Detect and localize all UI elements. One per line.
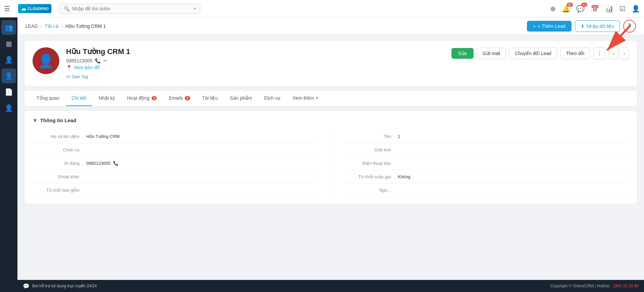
sidebar-item-person[interactable]: 👤 bbox=[1, 52, 16, 67]
checkbox-button[interactable]: ☑ bbox=[620, 5, 626, 13]
detail-card: ▼ Thông tin Lead Họ và tên đệm Hữu Tường… bbox=[24, 110, 637, 204]
breadcrumb-current: Hữu Tường CRM 1 bbox=[65, 23, 106, 29]
help-button[interactable]: ? bbox=[623, 20, 636, 33]
tab-tai-lieu[interactable]: Tài liệu bbox=[197, 91, 223, 106]
record-address: 📍 Xem bản đồ bbox=[66, 65, 445, 70]
label-tu-choi-cuoc-goi: Từ chối cuộc gọi bbox=[344, 174, 398, 179]
tab-dich-vu[interactable]: Dịch vụ bbox=[259, 91, 286, 106]
phone-number: 0985123005 bbox=[66, 58, 92, 63]
tab-label-san-pham: Sản phẩm bbox=[230, 95, 252, 101]
hotline-link[interactable]: 1900 29 29 90 bbox=[613, 284, 639, 288]
address-link[interactable]: Xem bản đồ bbox=[74, 65, 100, 70]
copyright-text: Copyright © OnlineCRM | Hotline: bbox=[550, 284, 610, 288]
value-tu-choi-cuoc-goi: Không bbox=[398, 174, 629, 179]
field-dien-thoai-ban: Điện thoại bàn bbox=[344, 157, 629, 170]
value-tu-choi-bao-gom bbox=[86, 188, 317, 193]
tab-label-xem-them: Xem thêm bbox=[292, 95, 314, 101]
record-actions: Sửa Gửi mail Chuyển đổi Lead Theo dõi ⋮ … bbox=[451, 47, 629, 59]
breadcrumb-level1[interactable]: Tất cả bbox=[45, 23, 58, 29]
sidebar-item-users[interactable]: 👥 bbox=[1, 20, 16, 35]
download-icon: ⬇ bbox=[581, 23, 585, 29]
hamburger-menu[interactable]: ☰ bbox=[4, 5, 14, 13]
section-title: ▼ Thông tin Lead bbox=[33, 117, 629, 123]
tab-xem-them[interactable]: Xem thêm ▾ bbox=[287, 91, 323, 106]
value-email-khac bbox=[86, 174, 317, 179]
edit-icon[interactable]: ✏ bbox=[103, 58, 107, 63]
field-ho-va-ten-dem: Họ và tên đệm Hữu Tường CRM bbox=[33, 130, 317, 143]
tag-link[interactable]: 🏷 Gán Tag bbox=[66, 74, 445, 79]
send-mail-button[interactable]: Gửi mail bbox=[477, 48, 506, 59]
tabs-bar: Tổng quan Chi tiết Nhật ký Hoạt động 1 E… bbox=[24, 90, 637, 106]
prev-arrow[interactable]: ‹ bbox=[609, 47, 618, 59]
sidebar: 👥 ▦ 👤 👤 📄 👤 bbox=[0, 17, 17, 292]
contact-icon: 👤 bbox=[5, 72, 13, 80]
messages-button[interactable]: 💬 11 bbox=[576, 5, 585, 13]
record-name: Hữu Tường CRM 1 bbox=[66, 47, 445, 56]
field-gioi-tinh: Giới tính bbox=[344, 143, 629, 157]
field-tu-choi-bao-gom: Từ chối bao gồm bbox=[33, 184, 317, 197]
tab-label-hoat-dong: Hoạt động bbox=[127, 95, 150, 101]
tab-hoat-dong[interactable]: Hoạt động 1 bbox=[122, 91, 162, 106]
field-email-khac: Email khác bbox=[33, 170, 317, 184]
field-ngu: Ngư... bbox=[344, 184, 629, 197]
more-options-button[interactable]: ⋮ bbox=[593, 47, 605, 59]
next-arrow[interactable]: › bbox=[620, 47, 629, 59]
tab-label-emails: Emails bbox=[169, 95, 183, 101]
label-ten: Tên bbox=[344, 134, 398, 139]
main-content: LEAD › Tất cả › Hữu Tường CRM 1 + + Thêm… bbox=[17, 17, 644, 292]
search-bar[interactable]: 🔍 ▾ bbox=[59, 4, 200, 14]
value-chuc-vu bbox=[86, 147, 317, 152]
hoat-dong-badge: 1 bbox=[152, 96, 157, 100]
sidebar-item-user2[interactable]: 👤 bbox=[1, 101, 16, 115]
sidebar-item-document[interactable]: 📄 bbox=[1, 85, 16, 99]
calendar-button[interactable]: 📅 bbox=[591, 5, 599, 13]
notifications-button[interactable]: 🔔 67 bbox=[562, 5, 570, 13]
tab-emails[interactable]: Emails 1 bbox=[163, 91, 196, 106]
tab-san-pham[interactable]: Sản phẩm bbox=[224, 91, 257, 106]
top-navigation: ☰ ☁ CLOUDPRO 🔍 ▾ ⊕ 🔔 67 💬 11 📅 📊 bbox=[0, 0, 644, 17]
question-icon: ? bbox=[628, 22, 632, 30]
sidebar-item-grid[interactable]: ▦ bbox=[1, 36, 16, 51]
location-icon: 📍 bbox=[66, 65, 72, 70]
breadcrumb-bar: LEAD › Tất cả › Hữu Tường CRM 1 + + Thêm… bbox=[17, 17, 644, 35]
document-icon: 📄 bbox=[5, 88, 13, 96]
convert-lead-button[interactable]: Chuyển đổi Lead bbox=[509, 48, 557, 59]
phone-link-icon[interactable]: 📞 bbox=[113, 161, 118, 166]
tag-label: Gán Tag bbox=[72, 74, 88, 79]
notifications-badge: 67 bbox=[567, 3, 573, 7]
tab-label-tai-lieu: Tài liệu bbox=[202, 95, 218, 101]
label-tu-choi-bao-gom: Từ chối bao gồm bbox=[33, 188, 86, 193]
label-email-khac: Email khác bbox=[33, 174, 86, 179]
person-icon: 👤 bbox=[5, 56, 13, 64]
avatar-icon: 👤 bbox=[38, 53, 54, 69]
tab-label-dich-vu: Dịch vụ bbox=[264, 95, 280, 101]
import-button[interactable]: ⬇ Nhập dữ liệu bbox=[575, 20, 620, 32]
sidebar-item-contact[interactable]: 👤 bbox=[1, 68, 16, 83]
field-di-dong: Di động 0985123005 📞 bbox=[33, 157, 317, 170]
chart-button[interactable]: 📊 bbox=[605, 5, 613, 13]
record-header: 👤 Hữu Tường CRM 1 0985123005 📞 ✏ 📍 Xem b… bbox=[24, 40, 637, 86]
tab-chi-tiet[interactable]: Chi tiết bbox=[66, 91, 92, 106]
tab-label-tong-quan: Tổng quan bbox=[37, 95, 59, 101]
label-gioi-tinh: Giới tính bbox=[344, 147, 398, 152]
value-dien-thoai-ban bbox=[398, 161, 629, 166]
bottom-bar: 💬 Bot hỗ trợ sử dụng trực tuyến 24/24 Co… bbox=[17, 280, 644, 292]
user2-icon: 👤 bbox=[5, 104, 13, 112]
add-lead-button[interactable]: + + Thêm Lead bbox=[527, 21, 572, 32]
phone-icon: 📞 bbox=[95, 58, 101, 63]
logo: ☁ CLOUDPRO bbox=[18, 4, 51, 13]
field-tu-choi-cuoc-goi: Từ chối cuộc gọi Không bbox=[344, 170, 629, 184]
value-gioi-tinh bbox=[398, 147, 629, 152]
tab-tong-quan[interactable]: Tổng quan bbox=[31, 91, 65, 106]
search-icon: 🔍 bbox=[64, 6, 69, 11]
add-button[interactable]: ⊕ bbox=[550, 5, 556, 13]
grid-icon: ▦ bbox=[6, 40, 12, 48]
user-profile-button[interactable]: 👤 bbox=[632, 5, 640, 13]
follow-button[interactable]: Theo dõi bbox=[560, 48, 590, 59]
plus-icon: + bbox=[533, 23, 536, 29]
search-dropdown-icon[interactable]: ▾ bbox=[194, 6, 196, 11]
label-di-dong: Di động bbox=[33, 161, 86, 166]
tab-nhat-ky[interactable]: Nhật ký bbox=[93, 91, 120, 106]
edit-button[interactable]: Sửa bbox=[451, 48, 474, 59]
search-input[interactable] bbox=[72, 6, 191, 11]
